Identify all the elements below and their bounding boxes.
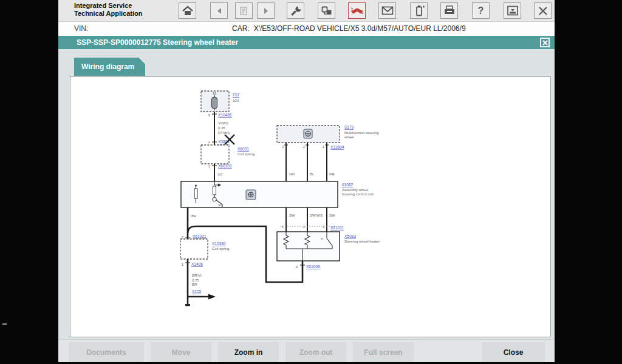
- vin-label: VIN:: [74, 24, 88, 33]
- battery-button[interactable]: [410, 2, 428, 19]
- fuse-ref-link[interactable]: F07: [233, 93, 240, 97]
- svg-text:4: 4: [296, 265, 298, 269]
- ista-application-window: Integrated Service Technical Application: [58, 0, 555, 361]
- content-area: Wiring diagram 16 F07 10A 9 X1: [58, 49, 555, 339]
- mail-button[interactable]: [378, 2, 396, 19]
- connector-link[interactable]: X13604: [330, 145, 344, 149]
- svg-text:Steering wheel heater: Steering wheel heater: [344, 240, 380, 243]
- coil-spring-ref-link[interactable]: X6031: [238, 147, 249, 151]
- settings-button[interactable]: [287, 2, 304, 19]
- svg-text:2: 2: [182, 235, 184, 239]
- control-unit-ref-link[interactable]: 61082: [342, 183, 353, 187]
- heater-ref-link[interactable]: X5083: [344, 234, 356, 238]
- page-history-icon: [239, 6, 250, 16]
- ground-ref-link[interactable]: X215: [192, 289, 202, 294]
- help-button[interactable]: ?: [472, 2, 490, 19]
- coil-spring-lower: X10380 Coil spring 1 X1406: [180, 239, 229, 304]
- svg-text:0.35: 0.35: [218, 126, 225, 130]
- print-button[interactable]: [440, 2, 458, 19]
- fuse-box: 16 F07 10A: [201, 91, 240, 112]
- svg-text:SW: SW: [329, 214, 335, 217]
- svg-text:Coil spring: Coil spring: [238, 152, 255, 156]
- connector-link[interactable]: X61011: [330, 226, 344, 230]
- documents-button[interactable]: Documents: [69, 342, 144, 362]
- svg-text:1: 1: [208, 164, 211, 168]
- svg-text:VI/WS: VI/WS: [218, 121, 228, 125]
- svg-text:9: 9: [208, 113, 211, 117]
- svg-text:1: 1: [323, 145, 325, 149]
- full-screen-button[interactable]: Full screen: [353, 342, 414, 362]
- connector-link[interactable]: X1406: [191, 262, 203, 266]
- svg-text:16: 16: [213, 92, 217, 95]
- ground-arrow: [208, 294, 216, 300]
- back-button[interactable]: [210, 2, 228, 19]
- car-info: CAR:X'/E53/OFF-ROAD VEHICLE/X5 3.0d/M57/…: [232, 24, 466, 33]
- connector-link[interactable]: X60103: [218, 164, 232, 168]
- zoom-out-button[interactable]: Zoom out: [285, 342, 346, 362]
- close-icon: [542, 40, 548, 46]
- document-title: SSP-SSP-SP0000012775 Steering wheel heat…: [77, 38, 238, 47]
- coil-spring-upper: 2 X3801 X6031 Coil spring 1 X60103 RT: [201, 135, 255, 181]
- heater-wires: SW SW/WS SW 1 2 3 X61011: [280, 207, 344, 232]
- svg-text:2: 2: [303, 145, 306, 149]
- svg-text:3: 3: [282, 145, 284, 149]
- screen-artifact-dash: [2, 323, 7, 325]
- mail-icon: [381, 6, 394, 15]
- car-value: X'/E53/OFF-ROAD VEHICLE/X5 3.0d/M57/AUTO…: [254, 24, 466, 33]
- svg-text:3: 3: [323, 225, 325, 229]
- help-icon: ?: [478, 6, 484, 16]
- svg-text:2: 2: [208, 140, 211, 144]
- back-arrow-icon: [215, 7, 224, 15]
- connector-link[interactable]: X10486: [218, 113, 232, 117]
- svg-text:RT/WS: RT/WS: [218, 131, 230, 135]
- svg-text:GN: GN: [289, 172, 295, 176]
- svg-text:SW: SW: [289, 214, 295, 217]
- home-button[interactable]: [179, 2, 196, 19]
- svg-text:wheel: wheel: [344, 135, 354, 139]
- ground-terminal: BR/VI 0.75 BR X215: [185, 274, 216, 306]
- connector-link[interactable]: X61008: [306, 265, 320, 269]
- svg-text:Coil spring: Coil spring: [212, 247, 229, 251]
- mfsw-ref-link[interactable]: S179: [344, 125, 354, 129]
- app-title: Integrated Service Technical Application: [74, 2, 142, 18]
- svg-text:0.75: 0.75: [192, 278, 199, 282]
- multifunction-steering-wheel-box: S179 Multifunction steering wheel 3 2 1 …: [277, 125, 379, 181]
- svg-text:Assembly wheel: Assembly wheel: [342, 188, 368, 192]
- vehicle-info-bar: VIN: CAR:X'/E53/OFF-ROAD VEHICLE/X5 3.0d…: [58, 22, 555, 36]
- tab-wiring-diagram[interactable]: Wiring diagram: [74, 58, 145, 76]
- svg-text:RT: RT: [218, 173, 223, 177]
- car-label: CAR:: [232, 24, 250, 33]
- forward-button[interactable]: [257, 2, 275, 19]
- connection-button[interactable]: [348, 2, 366, 19]
- close-button[interactable]: Close: [482, 342, 545, 362]
- svg-text:BR: BR: [191, 214, 197, 218]
- coil-spring-ref-link[interactable]: X10380: [212, 241, 226, 246]
- zoom-in-button[interactable]: Zoom in: [218, 342, 279, 362]
- devices-button[interactable]: [318, 2, 335, 19]
- history-button[interactable]: [235, 2, 253, 19]
- home-icon: [182, 5, 194, 16]
- svg-text:BL: BL: [310, 172, 315, 176]
- wiring-diagram: 16 F07 10A 9 X10486 VI/WS 0.35 RT/WS: [70, 77, 550, 337]
- svg-text:1: 1: [282, 225, 284, 229]
- app-close-button[interactable]: [534, 2, 552, 19]
- svg-text:GE: GE: [329, 172, 335, 176]
- devices-icon: [321, 5, 333, 16]
- connector-link[interactable]: X61021: [193, 234, 207, 238]
- app-title-line2: Technical Application: [74, 10, 142, 18]
- svg-text:2: 2: [303, 225, 306, 229]
- svg-text:SW/WS: SW/WS: [310, 214, 323, 217]
- window-restore-icon: [507, 5, 519, 16]
- printer-icon: [443, 5, 456, 16]
- tab-label: Wiring diagram: [81, 62, 134, 71]
- wiring-diagram-canvas[interactable]: 16 F07 10A 9 X10486 VI/WS 0.35 RT/WS: [70, 76, 551, 337]
- svg-text:1: 1: [182, 263, 184, 266]
- svg-text:housing control unit: housing control unit: [342, 192, 374, 196]
- window-mode-button[interactable]: [504, 2, 521, 19]
- move-button[interactable]: Move: [151, 342, 211, 362]
- forward-arrow-icon: [262, 7, 270, 15]
- svg-text:BR/VI: BR/VI: [192, 274, 202, 277]
- control-unit-icon: [246, 190, 256, 200]
- battery-icon: [414, 5, 425, 16]
- document-close-button[interactable]: [540, 38, 550, 47]
